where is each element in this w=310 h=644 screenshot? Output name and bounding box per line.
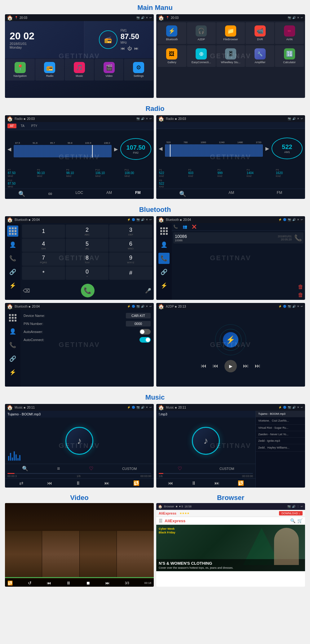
home-icon-r[interactable]: 🏠: [158, 15, 164, 21]
fm-btn[interactable]: FM: [277, 191, 282, 197]
repeat-btn[interactable]: 🔁: [133, 480, 140, 486]
app-navigation[interactable]: 📍 Navigation: [6, 59, 35, 81]
dial-key-4[interactable]: 4 GHI: [22, 239, 65, 252]
tab-ta[interactable]: TA: [18, 124, 27, 128]
preset-fm-p9[interactable]: P9 98.10 MHZ: [65, 168, 94, 178]
equalizer-btn[interactable]: ≡: [57, 466, 60, 471]
fm-btn-fm[interactable]: FM: [135, 191, 140, 197]
video-loop-btn[interactable]: 🔁: [7, 580, 13, 585]
preset-am-p5[interactable]: P5 1620 KHZ: [275, 168, 303, 178]
power-icon[interactable]: ⏻: [127, 46, 132, 51]
dial-key-star[interactable]: *: [22, 266, 65, 280]
search-btn-music[interactable]: 🔍: [22, 466, 28, 471]
record-btn-fm[interactable]: ∞: [48, 191, 52, 197]
shuffle-btn[interactable]: ⇄: [19, 480, 23, 486]
sidebar-bluetooth-s[interactable]: ⚡: [7, 367, 18, 378]
a2dp-next2-btn[interactable]: ⏭: [255, 363, 260, 369]
a2dp-play-btn[interactable]: ▶: [224, 360, 237, 372]
sidebar-bluetooth-cl[interactable]: ⚡: [158, 280, 170, 291]
app-radio[interactable]: 📻 Radio: [35, 59, 64, 81]
app-easyconnect[interactable]: ⊕ EasyConnecti...: [187, 45, 216, 67]
sidebar-dialpad-cl[interactable]: [158, 226, 170, 237]
sidebar-contacts-s[interactable]: 👤: [7, 326, 18, 337]
home-icon-ml[interactable]: 🏠: [7, 405, 13, 410]
play-pause-btn-r[interactable]: ⏸: [191, 480, 196, 486]
sidebar-link[interactable]: 🔗: [7, 266, 18, 278]
dial-key-9[interactable]: 9 WXYZ: [109, 252, 152, 266]
tab-phone[interactable]: 📞: [173, 225, 178, 229]
play-pause-btn[interactable]: ⏸: [76, 480, 81, 486]
app-filebrowser[interactable]: 📁 FileBrowser: [216, 22, 245, 44]
prev-btn-fm[interactable]: ◀: [7, 146, 11, 152]
app-settings[interactable]: ⚙ Settings: [124, 59, 153, 81]
preset-am-p2[interactable]: P2 603 KHZ: [187, 168, 216, 178]
dial-key-1[interactable]: 1: [22, 225, 65, 238]
playlist-item-5[interactable]: Zedd - Ignite.mp3: [256, 438, 305, 444]
playlist-item-3[interactable]: Virtual Riot - Sugar Ru...: [256, 425, 305, 431]
am-btn[interactable]: AM: [228, 191, 234, 197]
preset-fm-p8[interactable]: P8 90.10 MHZ: [36, 168, 64, 178]
home-icon-bts[interactable]: 🏠: [7, 304, 13, 309]
app-dvr[interactable]: 📹 DVR: [246, 22, 274, 44]
dial-key-3[interactable]: 3 DEF: [109, 225, 152, 238]
a2dp-next-btn[interactable]: ⏭: [243, 363, 249, 369]
repeat-btn-r[interactable]: 🔁: [238, 480, 244, 486]
playlist-item-1[interactable]: Tujamo - BOOM!.mp3: [256, 411, 305, 417]
app-a2dp[interactable]: 🎧 A2DP: [187, 22, 216, 44]
preset-fm-p7[interactable]: P7 87.50 MHZ: [7, 168, 35, 178]
preset-fm-p12[interactable]: P12 87.50 MHZ: [7, 178, 35, 189]
video-prev-btn[interactable]: ⏮: [47, 580, 51, 585]
app-avin[interactable]: ✏ AVIN: [275, 22, 304, 44]
preset-am-p6[interactable]: P6 522 KHZ: [158, 178, 187, 189]
call-btn[interactable]: 📞: [81, 284, 95, 297]
app-wheelkey[interactable]: 🎛 Wheelkey Stu...: [216, 45, 245, 67]
download-btn[interactable]: DOWNLOAD ↓: [279, 511, 303, 515]
app-video[interactable]: 🎬 Video: [95, 59, 124, 81]
call-action-btn[interactable]: 📞: [294, 234, 302, 242]
playlist-item-2[interactable]: Vicetone、Cozi Zuehls...: [256, 417, 305, 425]
am-btn-fm[interactable]: AM: [106, 191, 112, 197]
video-next-btn[interactable]: ⏭: [105, 580, 110, 585]
sidebar-call-s[interactable]: 📞: [7, 340, 18, 351]
home-icon[interactable]: 🏠: [7, 15, 13, 21]
tab-af[interactable]: AF: [7, 124, 16, 128]
prev-icon[interactable]: ⏮: [121, 46, 125, 51]
a2dp-prev2-btn[interactable]: ⏮: [213, 363, 218, 369]
home-icon-btc[interactable]: 🏠: [158, 217, 164, 223]
dial-key-7[interactable]: 7 PQRS: [22, 252, 65, 266]
app-gallery[interactable]: 🖼 Gallery: [157, 45, 186, 67]
pin-value[interactable]: 0000: [126, 321, 151, 326]
sidebar-call[interactable]: 📞: [7, 253, 18, 264]
search-btn-am[interactable]: 🔍: [179, 191, 186, 197]
home-icon-am[interactable]: 🏠: [158, 116, 164, 122]
video-repeat-btn[interactable]: ↺: [28, 580, 32, 585]
tab-contacts2[interactable]: 👥: [183, 225, 187, 229]
device-name-value[interactable]: CAR-KIT: [126, 313, 151, 318]
playlist-item-4[interactable]: Zaeden - Never Let Yo...: [256, 431, 305, 438]
next-btn-fm[interactable]: ▶: [114, 146, 118, 152]
home-icon-br[interactable]: 🏠: [158, 505, 162, 509]
home-icon-a2dp[interactable]: 🏠: [158, 304, 164, 309]
preset-fm-p11[interactable]: P11 108.00 MHZ: [123, 168, 152, 178]
delete-all-btn[interactable]: 🗑: [298, 292, 303, 298]
next-btn-am[interactable]: ▶: [265, 146, 269, 151]
video-play-btn[interactable]: ⏸: [66, 580, 71, 585]
prev-btn-music-r[interactable]: ⏮: [168, 480, 173, 486]
home-icon-mr[interactable]: 🏠: [158, 405, 164, 410]
delete-btn[interactable]: 🗑: [298, 284, 303, 290]
preset-fm-p10[interactable]: P10 106.10 MHZ: [94, 168, 123, 178]
prev-btn-music[interactable]: ⏮: [47, 480, 52, 486]
preset-am-p1[interactable]: P1 522 KHZ: [158, 168, 187, 178]
next-btn-music-r[interactable]: ⏭: [215, 480, 219, 486]
search-btn-fm[interactable]: 🔍: [18, 191, 25, 197]
video-stop-btn[interactable]: ⏹: [86, 580, 90, 585]
home-icon-fm[interactable]: 🏠: [7, 116, 13, 122]
dial-key-2[interactable]: 2 ABC: [66, 225, 109, 238]
app-music[interactable]: 🎵 Music: [65, 59, 94, 81]
dial-key-5[interactable]: 5 JKL: [66, 239, 109, 252]
playlist-item-6[interactable]: Zedd、Hayley Williams...: [256, 444, 305, 452]
tab-pty[interactable]: PTY: [29, 124, 40, 128]
prev-btn-am[interactable]: ◀: [159, 146, 162, 151]
tab-missed[interactable]: ❌: [192, 225, 197, 229]
sidebar-dialpad[interactable]: [7, 226, 18, 237]
